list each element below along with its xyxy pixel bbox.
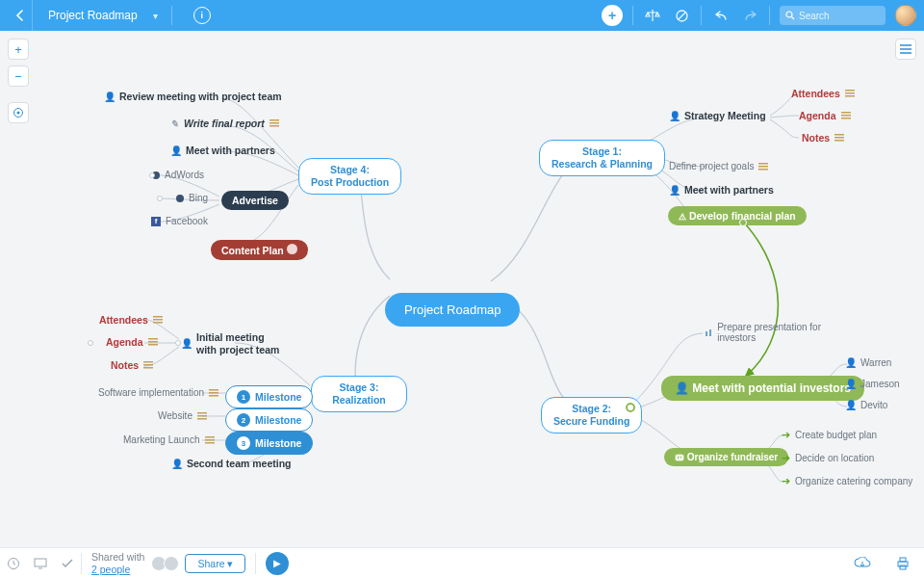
s4-facebook[interactable]: fFacebook	[151, 216, 208, 226]
document-title[interactable]: Project Roadmap	[42, 9, 143, 22]
svg-point-3	[17, 112, 20, 115]
s3-milestone2[interactable]: 2Milestone	[225, 408, 313, 432]
mindmap-canvas[interactable]: Project Roadmap Stage 1:Research & Plann…	[0, 31, 924, 547]
bottom-bar: Shared with 2 people Share ▾ ▶	[0, 547, 924, 578]
undo-button[interactable]	[711, 6, 731, 25]
arrow-icon: ➔	[782, 475, 790, 487]
back-button[interactable]	[8, 0, 33, 31]
dot-icon	[176, 195, 184, 202]
s2-meet-investors[interactable]: 👤 Meet with potential investors	[661, 376, 864, 401]
s1-agenda[interactable]: Agenda	[799, 110, 851, 121]
arrow-icon: ➔	[782, 429, 790, 441]
person-icon: 👤	[669, 111, 680, 121]
search-input[interactable]: Search	[780, 6, 886, 25]
zoom-out-button[interactable]: −	[8, 66, 29, 87]
s2-location[interactable]: ➔Decide on location	[782, 452, 874, 464]
notes-icon	[845, 90, 855, 97]
person-icon: 👤	[675, 381, 689, 395]
stage1-node[interactable]: Stage 1:Research & Planning	[539, 140, 665, 176]
joint	[149, 172, 155, 178]
present-icon[interactable]	[27, 550, 54, 577]
joint	[175, 340, 181, 346]
s1-goals[interactable]: Define project goals	[669, 161, 768, 171]
notes-icon	[758, 163, 768, 171]
s3-milestone1[interactable]: 1Milestone	[225, 385, 313, 408]
shared-people-link[interactable]: 2 people	[91, 564, 130, 575]
s2-devito[interactable]: 👤Devito	[845, 400, 887, 410]
s3-website[interactable]: Website	[158, 410, 207, 421]
info-button[interactable]: i	[193, 7, 211, 24]
history-icon[interactable]	[0, 550, 27, 577]
s3-software[interactable]: Software implementation	[98, 387, 218, 398]
s4-adwords[interactable]: AdWords	[152, 170, 204, 180]
print-icon[interactable]	[889, 550, 916, 577]
balance-icon[interactable]	[643, 6, 662, 25]
title-dropdown-icon[interactable]: ▾	[153, 11, 158, 21]
s1-financial-plan[interactable]: ⚠︎ Develop financial plan	[668, 206, 807, 225]
panel-toggle-button[interactable]	[895, 39, 916, 60]
stage2-status-dot	[626, 403, 635, 412]
s2-prep[interactable]: Prepare presentation for investors	[706, 322, 821, 343]
s3-initial-meeting[interactable]: 👤Initial meeting with project team	[181, 331, 287, 355]
cloud-download-icon[interactable]	[849, 550, 876, 577]
s1-attendees[interactable]: Attendees	[791, 88, 855, 99]
person-icon: 👤	[171, 459, 182, 469]
add-button[interactable]: +	[602, 5, 623, 26]
s4-report[interactable]: ✎Write final report	[168, 118, 279, 129]
check-icon[interactable]	[54, 550, 81, 577]
s4-partners[interactable]: 👤Meet with partners	[170, 144, 275, 156]
zoom-tools: + −	[8, 39, 29, 123]
s3-marketing[interactable]: Marketing Launch	[123, 434, 215, 445]
person-icon: 👤	[845, 379, 856, 389]
s4-content-plan[interactable]: Content Plan	[211, 240, 308, 260]
s3-attendees[interactable]: Attendees	[99, 314, 163, 326]
s1-notes[interactable]: Notes	[802, 132, 844, 144]
notes-icon	[148, 338, 158, 346]
stage3-node[interactable]: Stage 3:Realization	[311, 376, 407, 412]
badge-3: 3	[237, 436, 250, 450]
s4-review[interactable]: 👤Review meeting with project team	[104, 91, 282, 102]
person-icon: 👤	[845, 357, 856, 368]
joint	[88, 340, 93, 346]
s2-catering[interactable]: ➔Organize catering company	[782, 475, 912, 487]
user-avatar[interactable]	[895, 5, 916, 26]
top-bar: Project Roadmap ▾ i + Search	[0, 0, 924, 31]
s3-notes[interactable]: Notes	[111, 359, 153, 371]
joint	[157, 196, 163, 201]
notes-icon	[270, 119, 279, 127]
s2-jameson[interactable]: 👤Jameson	[845, 379, 900, 389]
s4-advertise[interactable]: Advertise	[221, 191, 289, 210]
person-icon: 👤	[170, 145, 181, 156]
collab-avatar	[164, 556, 179, 571]
s2-warren[interactable]: 👤Warren	[845, 357, 891, 368]
s3-agenda[interactable]: Agenda	[106, 336, 158, 348]
s2-budget[interactable]: ➔Create budget plan	[782, 429, 877, 441]
zoom-in-button[interactable]: +	[8, 39, 29, 60]
shared-with: Shared with 2 people Share ▾	[82, 551, 255, 574]
disable-icon[interactable]	[672, 6, 691, 25]
s3-second-meeting[interactable]: 👤Second team meeting	[171, 458, 292, 469]
s2-fundraiser[interactable]: 🎟 Organize fundraiser	[664, 448, 788, 466]
play-button[interactable]: ▶	[266, 552, 289, 575]
s1-strategy-meeting[interactable]: 👤Strategy Meeting	[669, 110, 766, 121]
chart-icon	[706, 328, 712, 336]
share-button[interactable]: Share ▾	[185, 554, 245, 573]
connection-knob	[739, 219, 747, 226]
search-placeholder: Search	[799, 11, 830, 21]
locate-button[interactable]	[8, 102, 29, 123]
redo-button[interactable]	[740, 6, 759, 25]
s3-milestone3[interactable]: 3Milestone	[225, 432, 313, 455]
person-icon: 👤	[669, 185, 680, 196]
stage4-node[interactable]: Stage 4:Post Production	[298, 158, 401, 195]
search-icon	[785, 11, 795, 20]
notes-icon	[205, 436, 215, 444]
svg-point-1	[786, 12, 792, 17]
badge-1: 1	[237, 390, 250, 404]
central-node[interactable]: Project Roadmap	[385, 293, 520, 327]
s1-partners[interactable]: 👤Meet with partners	[669, 184, 774, 196]
notes-icon	[841, 112, 851, 119]
person-icon: 👤	[181, 338, 192, 349]
badge-icon	[287, 244, 297, 254]
badge-2: 2	[237, 413, 250, 427]
s4-bing[interactable]: Bing	[176, 193, 208, 203]
